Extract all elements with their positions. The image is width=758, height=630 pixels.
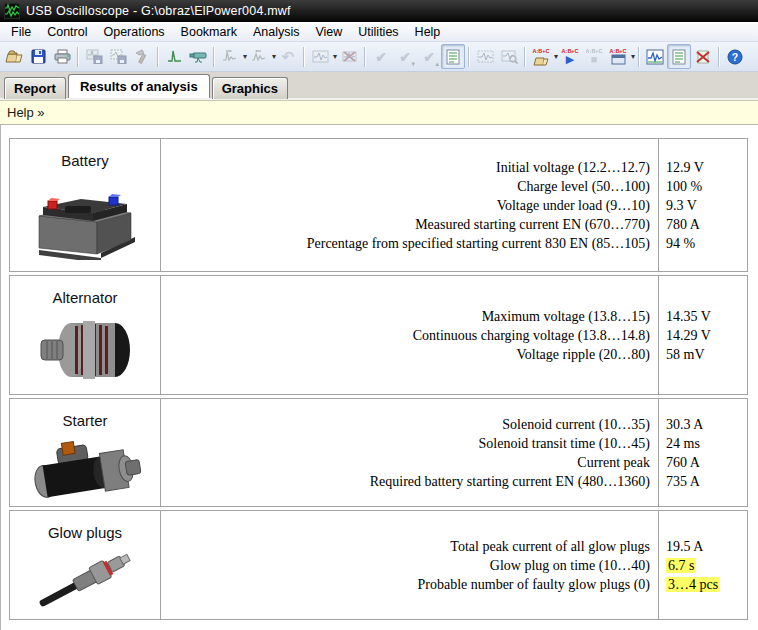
- undo-icon: ↶: [282, 50, 295, 64]
- graph-box-icon: [477, 49, 494, 64]
- analysis-open-group: A:B+C ▾: [529, 44, 558, 69]
- param-value: 94 %: [666, 234, 695, 253]
- results-table: Battery: [1, 125, 758, 620]
- open-file-button[interactable]: [2, 44, 26, 69]
- impulse-button[interactable]: [162, 44, 186, 69]
- report-view-button[interactable]: [441, 44, 465, 69]
- analysis-window-button[interactable]: A:B+C: [606, 44, 630, 69]
- tab-results-of-analysis[interactable]: Results of analysis: [68, 74, 210, 98]
- tab-report[interactable]: Report: [4, 77, 66, 99]
- menu-bookmark[interactable]: Bookmark: [173, 23, 245, 41]
- check-down-icon: ✔: [399, 50, 411, 64]
- analysis-run-button[interactable]: A:B+C ▶: [558, 44, 582, 69]
- battery-params: Initial voltage (12.2…12.7) Charge level…: [161, 139, 658, 271]
- param-label: Probable number of faulty glow plugs (0): [417, 575, 650, 594]
- battery-values: 12.9 V 100 % 9.3 V 780 A 94 %: [658, 139, 747, 271]
- battery-row: Battery: [9, 138, 748, 272]
- graph-view-button[interactable]: [473, 44, 497, 69]
- alternator-title: Alternator: [52, 289, 117, 306]
- starter-params: Solenoid current (10…35) Solenoid transi…: [161, 399, 658, 506]
- app-window: USB Oscilloscope - G:\obraz\ElPower004.m…: [0, 0, 758, 630]
- toolbar: ▾ ▾ ↶ ▾: [0, 42, 758, 72]
- analysis-stop-button[interactable]: A:B+C ■: [582, 44, 606, 69]
- toolbar-separator: [213, 47, 215, 67]
- help-bar-label[interactable]: Help »: [7, 105, 45, 120]
- help-button[interactable]: ?: [723, 44, 747, 69]
- glow-plugs-title: Glow plugs: [48, 524, 122, 541]
- hammer-icon: [134, 49, 150, 64]
- save-signal-icon: [86, 49, 103, 64]
- menu-analysis[interactable]: Analysis: [245, 23, 308, 41]
- starter-image: [20, 435, 150, 501]
- printer-icon: [54, 49, 71, 64]
- toolbar-separator: [157, 47, 159, 67]
- view-waveform-button[interactable]: [308, 44, 332, 69]
- graph-zoom-button[interactable]: [497, 44, 521, 69]
- toolbar-separator: [364, 47, 366, 67]
- check-icon: ✔: [375, 50, 387, 64]
- battery-title: Battery: [61, 152, 109, 169]
- starter-title: Starter: [62, 412, 107, 429]
- alternator-row: Alternator: [9, 275, 748, 395]
- param-label: Voltage ripple (20…80): [517, 345, 651, 364]
- accept-next-button[interactable]: ✔ ▾: [393, 44, 417, 69]
- help-bar[interactable]: Help »: [0, 100, 758, 125]
- param-label: Solenoid current (10…35): [502, 415, 650, 434]
- analysis-open-button[interactable]: A:B+C: [529, 44, 553, 69]
- title-bar: USB Oscilloscope - G:\obraz\ElPower004.m…: [0, 0, 758, 22]
- dropdown-arrow-icon[interactable]: ▾: [631, 53, 635, 61]
- print-button[interactable]: [50, 44, 74, 69]
- battery-image-wrap: [10, 169, 160, 271]
- delete-results-icon: [695, 49, 711, 65]
- menu-control[interactable]: Control: [39, 23, 95, 41]
- measure-b-group: ▾: [247, 44, 276, 69]
- param-value: 735 A: [666, 472, 700, 491]
- help-icon: ?: [727, 49, 743, 65]
- param-value: 780 A: [666, 215, 700, 234]
- menu-operations[interactable]: Operations: [95, 23, 172, 41]
- param-value: 58 mV: [666, 345, 705, 364]
- param-label: Continuous charging voltage (13.8…14.8): [413, 326, 650, 345]
- starter-component-cell: Starter: [10, 399, 161, 506]
- graphics-mode-button[interactable]: [643, 44, 667, 69]
- save-button[interactable]: [26, 44, 50, 69]
- current-clamp-button[interactable]: [186, 44, 210, 69]
- measure-b-button[interactable]: [247, 44, 271, 69]
- toolbar-separator: [303, 47, 305, 67]
- window-title: USB Oscilloscope - G:\obraz\ElPower004.m…: [26, 4, 291, 18]
- menu-help[interactable]: Help: [407, 23, 449, 41]
- param-label: Required battery starting current EN (48…: [370, 472, 650, 491]
- toolbar-separator: [524, 47, 526, 67]
- toolbar-separator: [77, 47, 79, 67]
- battery-image: [25, 180, 145, 260]
- edit-signal-button[interactable]: [130, 44, 154, 69]
- menu-file[interactable]: File: [3, 23, 39, 41]
- impulse-icon: [167, 49, 182, 64]
- tab-graphics[interactable]: Graphics: [212, 77, 288, 99]
- menu-utilities[interactable]: Utilities: [350, 23, 406, 41]
- starter-image-wrap: [10, 429, 160, 506]
- glow-plugs-image-wrap: [10, 541, 160, 619]
- delete-results-button[interactable]: [691, 44, 715, 69]
- measure-a-button[interactable]: [218, 44, 242, 69]
- accept-prev-button[interactable]: ✔ ▴: [417, 44, 441, 69]
- menu-view[interactable]: View: [307, 23, 350, 41]
- param-label: Glow plug on time (10…40): [490, 556, 650, 575]
- undo-button[interactable]: ↶: [276, 44, 300, 69]
- param-value: 760 A: [666, 453, 700, 472]
- stop-icon: ■: [591, 54, 598, 65]
- analysis-window-icon: [611, 54, 626, 65]
- results-mode-button[interactable]: [667, 44, 691, 69]
- accept-button[interactable]: ✔: [369, 44, 393, 69]
- param-label: Current peak: [577, 453, 650, 472]
- save-signal-button[interactable]: [82, 44, 106, 69]
- results-content: Battery: [0, 125, 758, 630]
- results-document-icon: [672, 49, 686, 65]
- save-fragment-button[interactable]: [106, 44, 130, 69]
- param-value: 14.35 V: [666, 307, 711, 326]
- measure-a-icon: [222, 49, 238, 64]
- view-waveform-group: ▾: [308, 44, 337, 69]
- delete-waveform-button[interactable]: [337, 44, 361, 69]
- check-up-icon: ✔: [423, 50, 435, 64]
- param-value: 14.29 V: [666, 326, 711, 345]
